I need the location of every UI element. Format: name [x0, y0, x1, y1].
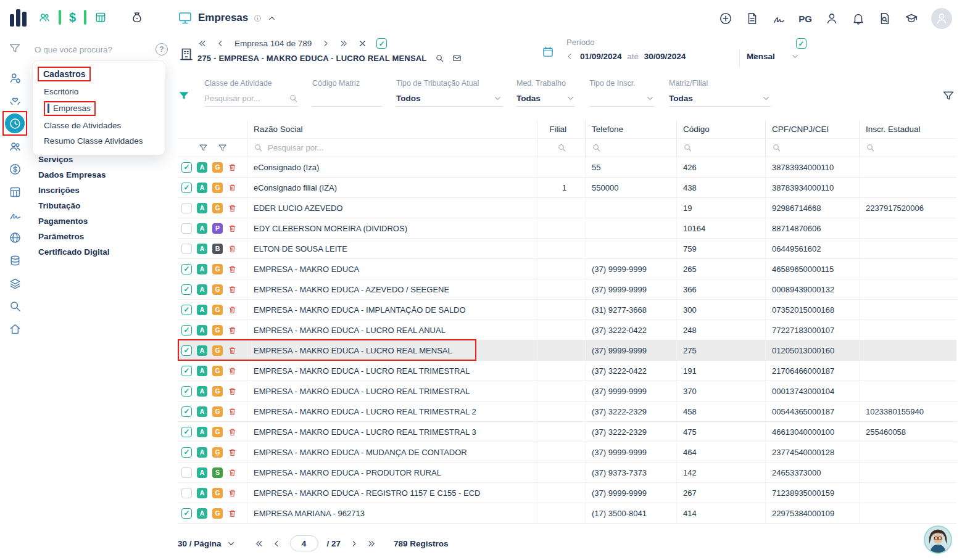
- trash-icon[interactable]: [228, 224, 237, 233]
- search-cpf-cnpj[interactable]: [765, 139, 859, 157]
- sidebar-item-dados-empresas[interactable]: Dados Empresas: [38, 167, 110, 183]
- row-checkbox[interactable]: ✓: [181, 508, 192, 519]
- table-row[interactable]: ABELTON DE SOUSA LEITE75906449561602: [178, 239, 956, 259]
- trash-icon[interactable]: [228, 448, 237, 457]
- table-row[interactable]: ✓AGeConsignado (Iza)5542638783934000110: [178, 157, 956, 178]
- row-checkbox[interactable]: ✓: [181, 406, 192, 417]
- people-icon[interactable]: [38, 11, 51, 23]
- signature-icon[interactable]: [4, 204, 26, 226]
- search-record-icon[interactable]: [435, 54, 444, 63]
- layers-icon[interactable]: [4, 272, 26, 294]
- prev-period-icon[interactable]: [565, 52, 574, 61]
- search-razao-social[interactable]: Pesquisar por...: [247, 139, 537, 157]
- calculator-grid-icon[interactable]: [94, 11, 107, 23]
- table-row[interactable]: AGEDER LUCIO AZEVEDO19929867146682237917…: [178, 198, 956, 218]
- menu-item-resumo-classe-atividades[interactable]: Resumo Classe Atividades: [33, 133, 165, 149]
- table-row[interactable]: ✓AGEMPRESA - MAKRO EDUCA - IMPLANTAÇÃO D…: [178, 300, 956, 320]
- row-checkbox[interactable]: ✓: [181, 447, 192, 458]
- user-avatar[interactable]: [924, 525, 952, 554]
- table-row[interactable]: ASEMPRESA - MAKRO EDUCA - PRODUTOR RURAL…: [178, 463, 956, 483]
- table-row[interactable]: ✓AGEMPRESA - MAKRO EDUCA - LUCRO REAL TR…: [178, 401, 956, 422]
- table-row[interactable]: ✓AGEMPRESA - MAKRO EDUCA - LUCRO REAL AN…: [178, 320, 956, 340]
- money-bag-icon[interactable]: [131, 11, 143, 23]
- row-checkbox[interactable]: [181, 223, 192, 234]
- table-row[interactable]: AGEMPRESA - MAKRO EDUCA - REGISTRO 1157 …: [178, 483, 956, 503]
- taxes-icon[interactable]: [4, 249, 26, 271]
- graduation-icon[interactable]: [905, 12, 918, 25]
- user-icon[interactable]: [825, 12, 839, 25]
- sidebar-item-inscricoes[interactable]: Inscrições: [38, 183, 110, 198]
- info-icon[interactable]: [254, 14, 262, 22]
- search-filial[interactable]: [537, 139, 585, 157]
- people-icon[interactable]: [4, 135, 26, 157]
- trash-icon[interactable]: [228, 407, 237, 416]
- last-record-icon[interactable]: [339, 39, 349, 48]
- audit-search-icon[interactable]: [878, 12, 892, 25]
- collapse-chevron-icon[interactable]: [267, 14, 276, 23]
- time-icon[interactable]: [5, 113, 25, 133]
- filter-control[interactable]: Todas: [516, 91, 575, 107]
- search-inscr-estadual[interactable]: [859, 139, 956, 157]
- row-checkbox[interactable]: ✓: [181, 284, 192, 295]
- trash-icon[interactable]: [228, 305, 237, 315]
- column-telefone[interactable]: Telefone: [585, 120, 676, 138]
- record-checkbox[interactable]: ✓: [376, 38, 387, 49]
- table-row[interactable]: ✓AGEMPRESA - MAKRO EDUCA - MUDANÇA DE CO…: [178, 442, 956, 463]
- table-row[interactable]: ✓AGEMPRESA MARIANA - 962713(17) 3500-804…: [178, 503, 956, 524]
- column-inscr-estadual[interactable]: Inscr. Estadual: [859, 120, 956, 138]
- trash-icon[interactable]: [228, 366, 237, 376]
- trash-icon[interactable]: [228, 326, 237, 335]
- first-record-icon[interactable]: [197, 39, 207, 48]
- filter-control[interactable]: [312, 91, 382, 107]
- column-codigo[interactable]: Código: [676, 120, 765, 138]
- row-checkbox[interactable]: ✓: [181, 264, 192, 274]
- prev-record-icon[interactable]: [216, 39, 225, 48]
- filter-control[interactable]: Pesquisar por...: [204, 91, 298, 107]
- search-telefone[interactable]: [585, 139, 676, 157]
- help-icon[interactable]: ?: [155, 43, 168, 56]
- trash-icon[interactable]: [228, 285, 237, 294]
- row-checkbox[interactable]: [181, 488, 192, 498]
- row-checkbox[interactable]: ✓: [181, 427, 192, 437]
- trash-icon[interactable]: [228, 183, 237, 192]
- trash-icon[interactable]: [228, 387, 237, 396]
- menu-cadastros[interactable]: Cadastros: [33, 67, 165, 81]
- row-checkbox[interactable]: ✓: [181, 325, 192, 336]
- table-row[interactable]: APEDY CLEBERSON MOREIRA (DIVIDROS)101648…: [178, 218, 956, 239]
- row-checkbox[interactable]: [181, 244, 192, 254]
- period-end[interactable]: 30/09/2024: [644, 52, 686, 61]
- column-razao-social[interactable]: Razão Social: [247, 120, 537, 138]
- sidebar-filter-icon[interactable]: [9, 42, 21, 54]
- add-icon[interactable]: [719, 12, 732, 25]
- filter-funnel-icon[interactable]: [178, 89, 190, 102]
- trash-icon[interactable]: [228, 163, 237, 172]
- trash-icon[interactable]: [228, 427, 237, 437]
- column-cpf-cnpj[interactable]: CPF/CNPJ/CEI: [765, 120, 859, 138]
- row-checkbox[interactable]: ✓: [181, 305, 192, 315]
- advanced-filter-icon[interactable]: [942, 89, 955, 102]
- table-row[interactable]: ✓AGEMPRESA - MAKRO EDUCA - LUCRO REAL TR…: [178, 422, 956, 442]
- web-icon[interactable]: [4, 226, 26, 249]
- page-size-select[interactable]: 30 / Página: [178, 539, 236, 548]
- trash-icon[interactable]: [228, 468, 237, 477]
- column-filial[interactable]: Filial: [537, 120, 585, 138]
- row-checkbox[interactable]: [181, 203, 192, 213]
- trash-icon[interactable]: [228, 204, 237, 213]
- next-record-icon[interactable]: [321, 39, 330, 48]
- first-page-icon[interactable]: [254, 539, 263, 548]
- row-checkbox[interactable]: [181, 467, 192, 478]
- filter-control[interactable]: Todos: [396, 91, 502, 107]
- trash-icon[interactable]: [228, 488, 237, 498]
- trash-icon[interactable]: [228, 244, 237, 253]
- filter-control[interactable]: [589, 91, 655, 107]
- table-row[interactable]: ✓AGEMPRESA - MAKRO EDUCA - LUCRO REAL TR…: [178, 381, 956, 401]
- trash-icon[interactable]: [228, 265, 237, 274]
- period-mode-select[interactable]: Mensal: [747, 52, 800, 61]
- table-row[interactable]: ✓AGEMPRESA - MAKRO EDUCA(37) 9999-999926…: [178, 259, 956, 279]
- row-checkbox[interactable]: ✓: [181, 162, 192, 173]
- mail-icon[interactable]: [452, 54, 462, 63]
- home-icon[interactable]: [4, 318, 26, 340]
- sidebar-item-certificado-digital[interactable]: Certificado Digital: [38, 244, 110, 260]
- calculator-icon[interactable]: [4, 181, 26, 203]
- table-row[interactable]: ✓AGEMPRESA - MAKRO EDUCA - LUCRO REAL ME…: [178, 340, 956, 361]
